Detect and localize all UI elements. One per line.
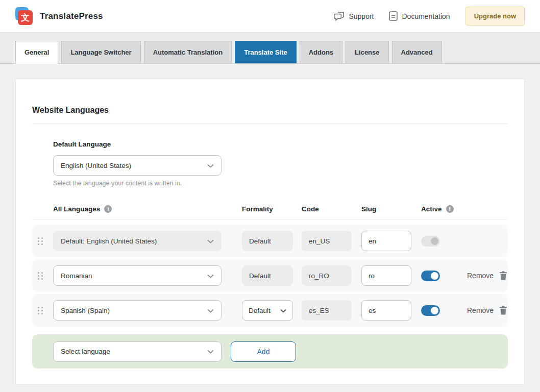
formality-value: Default <box>242 231 293 251</box>
language-row-romanian: Romanian Default ro_RO Remove <box>32 259 508 292</box>
chevron-down-icon <box>207 237 214 245</box>
translatepress-logo-icon: 文 <box>15 7 34 26</box>
tab-translate-site[interactable]: Translate Site <box>235 41 297 63</box>
documentation-link[interactable]: Documentation <box>389 11 450 21</box>
chevron-down-icon <box>207 272 214 280</box>
trash-icon[interactable] <box>499 306 507 315</box>
chevron-down-icon <box>207 307 214 314</box>
documentation-label: Documentation <box>402 12 450 20</box>
chevron-down-icon <box>207 162 214 169</box>
language-select[interactable]: Spanish (Spain) <box>53 300 222 321</box>
slug-header: Slug <box>361 205 421 213</box>
language-code: ro_RO <box>302 265 352 286</box>
page-title: Website Languages <box>32 79 508 115</box>
all-languages-info-icon[interactable] <box>104 205 112 213</box>
all-languages-header: All Languages <box>53 205 100 213</box>
language-code: en_US <box>302 231 352 251</box>
tab-advanced[interactable]: Advanced <box>392 41 442 63</box>
tab-language-switcher[interactable]: Language Switcher <box>61 41 140 63</box>
tab-automatic-translation[interactable]: Automatic Translation <box>144 41 232 63</box>
trash-icon[interactable] <box>499 271 507 280</box>
language-select-disabled: Default: English (United States) <box>53 231 222 251</box>
add-language-button[interactable]: Add <box>231 341 296 362</box>
language-row-spanish: Spanish (Spain) Default es_ES Remove <box>32 294 508 327</box>
formality-header: Formality <box>242 205 302 213</box>
remove-language-button[interactable]: Remove <box>467 306 494 314</box>
active-toggle[interactable] <box>421 271 440 281</box>
app-title: TranslatePress <box>40 11 103 21</box>
default-language-select[interactable]: English (United States) <box>53 155 222 176</box>
add-language-select[interactable]: Select language <box>53 341 222 362</box>
languages-table-header: All Languages Formality Code Slug Active <box>32 205 508 220</box>
settings-card: Website Languages Default Language Engli… <box>15 79 525 385</box>
support-link[interactable]: Support <box>334 12 374 21</box>
slug-input[interactable] <box>361 265 411 286</box>
active-toggle[interactable] <box>421 305 440 316</box>
active-info-icon[interactable] <box>446 205 454 213</box>
tab-addons[interactable]: Addons <box>300 41 342 63</box>
language-row-default-english: Default: English (United States) Default… <box>32 225 508 257</box>
remove-language-button[interactable]: Remove <box>467 272 494 280</box>
add-language-row: Select language Add <box>32 334 508 369</box>
support-chat-icon <box>334 12 345 21</box>
language-code: es_ES <box>302 300 352 321</box>
language-select[interactable]: Romanian <box>53 265 222 286</box>
chevron-down-icon <box>280 307 286 314</box>
divider <box>32 124 508 124</box>
slug-input[interactable] <box>361 300 411 321</box>
drag-handle-icon[interactable] <box>38 307 43 314</box>
active-header: Active <box>421 205 442 213</box>
code-header: Code <box>302 205 361 213</box>
app-header: 文 TranslatePress Support Documentation <box>0 0 540 32</box>
tab-license[interactable]: License <box>346 41 388 63</box>
upgrade-now-button[interactable]: Upgrade now <box>465 7 525 26</box>
default-language-help: Select the language your content is writ… <box>53 180 508 187</box>
chevron-down-icon <box>207 348 214 355</box>
slug-input[interactable] <box>361 231 411 251</box>
active-toggle-disabled <box>421 236 440 247</box>
tab-general[interactable]: General <box>15 41 58 64</box>
drag-handle-icon[interactable] <box>38 272 43 280</box>
drag-handle-icon[interactable] <box>38 237 43 245</box>
settings-tabbar: General Language Switcher Automatic Tran… <box>0 32 540 64</box>
document-icon <box>389 11 398 21</box>
formality-select[interactable]: Default <box>242 300 293 321</box>
support-label: Support <box>349 12 374 20</box>
formality-value: Default <box>242 265 293 286</box>
default-language-label: Default Language <box>53 140 508 148</box>
